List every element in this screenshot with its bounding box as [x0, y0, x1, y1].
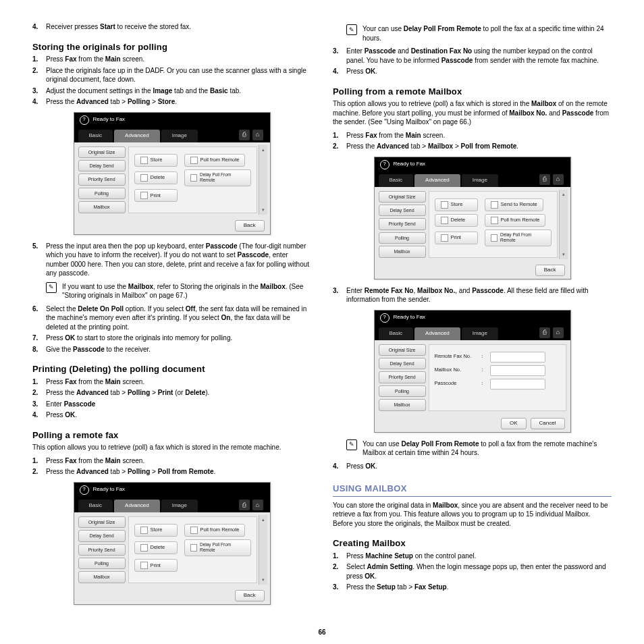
heading-using-mailbox: USING MAILBOX: [333, 483, 612, 497]
heading-mailbox: Polling from a remote Mailbox: [333, 86, 612, 98]
note-icon: ✎: [346, 24, 357, 35]
remote-body: This option allows you to retrieve (poll…: [32, 443, 311, 452]
delete-button[interactable]: Delete: [134, 171, 178, 184]
screenshot-polling-store: ?Ready to Fax Basic Advanced Image ⎙⌂ Or…: [74, 112, 271, 235]
right-column: ✎ Your can use Delay Poll From Remote to…: [333, 20, 612, 612]
list-remote-cont: 3.Enter Passcode and Destination Fax No …: [333, 47, 612, 76]
list-item-text: Receiver presses Start to receive the st…: [46, 23, 191, 30]
list-storing-cont2: 6.Select the Delete On Poll option. If y…: [32, 304, 311, 354]
tab-basic[interactable]: Basic: [78, 130, 113, 142]
side-original-size[interactable]: Original Size: [78, 146, 126, 158]
side-mailbox[interactable]: Mailbox: [78, 201, 126, 213]
home-icon[interactable]: ⌂: [252, 130, 263, 140]
using-body: You can store the original data in Mailb…: [333, 501, 612, 529]
page-number: 66: [32, 628, 612, 637]
list-remote: 1.Press Fax from the Main screen. 2.Pres…: [32, 456, 311, 477]
note-delay-poll: ✎ Your can use Delay Poll From Remote to…: [346, 24, 612, 43]
left-column: 4.Receiver presses Start to receive the …: [32, 20, 311, 612]
list-mailbox-cont2: 4.Press OK.: [333, 462, 612, 471]
note-icon: ✎: [346, 439, 357, 450]
passcode-input[interactable]: [490, 379, 545, 390]
list-mailbox-cont: 3.Enter Remote Fax No, Mailbox No., and …: [333, 286, 612, 304]
mailbox-no-input[interactable]: [490, 365, 545, 376]
help-icon: ?: [80, 115, 89, 125]
heading-remote: Polling a remote fax: [32, 429, 311, 441]
back-button[interactable]: Back: [235, 220, 265, 232]
list-storing-cont: 5.Press the input area then the pop up k…: [32, 242, 311, 278]
side-priority-send[interactable]: Priority Send: [78, 173, 126, 185]
side-delay-send[interactable]: Delay Send: [78, 160, 126, 171]
heading-storing: Storing the originals for polling: [32, 41, 311, 53]
heading-creating: Creating Mailbox: [333, 537, 612, 549]
screenshot-polling-remote: ?Ready to Fax Basic Advanced Image ⎙⌂ Or…: [74, 482, 271, 605]
note-mailbox-ref: ✎ If you want to use the Mailbox, refer …: [46, 282, 311, 300]
screenshot-mailbox-options: ?Ready to Fax Basic Advanced Image ⎙⌂ Or…: [374, 157, 571, 279]
delay-poll-button[interactable]: Delay Poll From Remote: [184, 169, 251, 187]
usb-icon[interactable]: ⎙: [239, 130, 250, 140]
list-creating: 1.Press Machine Setup on the control pan…: [333, 552, 612, 592]
tab-advanced[interactable]: Advanced: [114, 130, 160, 142]
mailbox-body: This option allows you to retrieve (poll…: [333, 99, 612, 127]
help-icon: ?: [380, 160, 390, 169]
store-button[interactable]: Store: [134, 154, 178, 167]
tab-image[interactable]: Image: [161, 130, 198, 142]
poll-remote-button[interactable]: Poll from Remote: [184, 154, 246, 167]
note-delay-poll-mailbox: ✎ You can use Delay Poll From Remote to …: [346, 439, 612, 458]
cancel-button[interactable]: Cancel: [531, 418, 565, 429]
list-mailbox: 1.Press Fax from the Main screen. 2.Pres…: [333, 131, 612, 151]
list-continuation: 4.Receiver presses Start to receive the …: [32, 22, 311, 32]
list-printing: 1.Press Fax from the Main screen. 2.Pres…: [32, 377, 311, 420]
list-storing: 1.Press Fax from the Main screen. 2.Plac…: [32, 55, 311, 107]
ok-button[interactable]: OK: [501, 418, 527, 429]
screenshot-mailbox-fields: ?Ready to Fax Basic Advanced Image ⎙⌂ Or…: [374, 310, 571, 433]
side-polling[interactable]: Polling: [78, 188, 126, 199]
remote-fax-input[interactable]: [490, 352, 545, 363]
help-icon: ?: [380, 313, 390, 323]
print-button[interactable]: Print: [134, 189, 178, 202]
help-icon: ?: [80, 485, 89, 495]
note-icon: ✎: [46, 282, 57, 293]
heading-printing: Printing (Deleting) the polling document: [32, 363, 311, 375]
